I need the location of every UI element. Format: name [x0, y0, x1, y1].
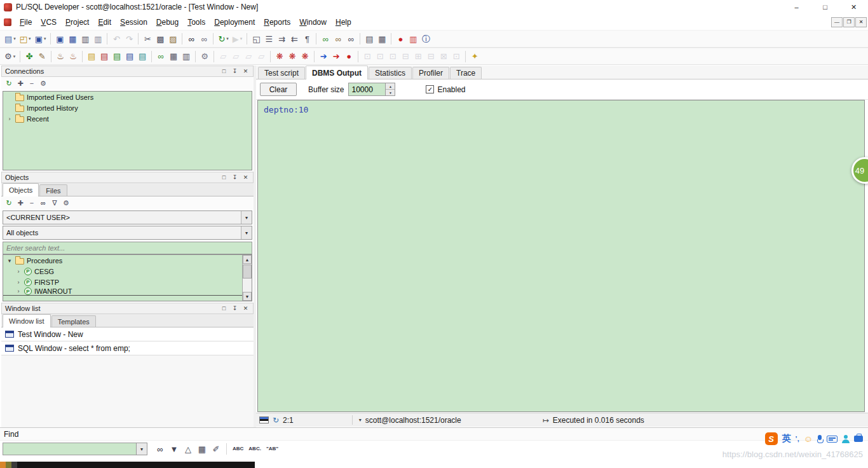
comment-icon[interactable]: ¶ [301, 32, 313, 46]
tab-dbms-output[interactable]: DBMS Output [306, 65, 368, 79]
expand-icon[interactable]: ✚ [15, 197, 26, 209]
collapse-icon[interactable]: − [26, 197, 37, 209]
tab-statistics[interactable]: Statistics [369, 67, 412, 79]
save-as-icon[interactable]: ▣ [53, 32, 66, 46]
find-icon[interactable]: ∞ [185, 32, 198, 46]
tab-profiler[interactable]: Profiler [412, 67, 449, 79]
panel-splitter[interactable] [254, 65, 256, 427]
unindent-icon[interactable]: ⇇ [288, 32, 301, 46]
close-button[interactable]: ✕ [839, 0, 868, 14]
remove-connection-icon[interactable]: − [26, 78, 37, 89]
calendar-icon[interactable]: ▦ [167, 50, 180, 64]
clear-marks-icon[interactable]: ✐ [210, 442, 222, 456]
match-case-icon[interactable]: ABC. [247, 442, 263, 456]
panel-pin-icon[interactable]: ↧ [231, 174, 239, 182]
panel-pin-icon[interactable]: ↧ [231, 305, 239, 313]
toolbox-icon[interactable] [854, 436, 863, 442]
compile-debug-icon[interactable]: ♨ [67, 50, 79, 64]
find-input[interactable] [3, 443, 136, 455]
panel-float-icon[interactable]: □ [220, 305, 228, 313]
find-combobox[interactable]: ▾ [3, 443, 147, 455]
step-out-icon[interactable]: ⊡ [386, 50, 399, 64]
indent-icon[interactable]: ⇉ [275, 32, 288, 46]
find-search-icon[interactable]: ∞ [154, 442, 166, 456]
object-filter-combobox[interactable]: All objects ▾ [3, 226, 252, 240]
cut-icon[interactable]: ✂ [141, 32, 154, 46]
tree-item-imported-history[interactable]: Imported History [3, 102, 252, 113]
find-next-icon[interactable]: ∞ [198, 32, 210, 46]
start-debugger-icon[interactable]: ➔ [317, 50, 330, 64]
search-up-icon[interactable]: △ [182, 442, 194, 456]
macro-record-icon[interactable]: ● [394, 32, 407, 46]
add-debug-icon[interactable]: ▱ [217, 50, 229, 64]
refresh-objects-icon[interactable]: ↻ [3, 197, 15, 209]
tree-item-procedures[interactable]: ▾ Procedures [3, 255, 252, 266]
breakpoint-icon[interactable]: ⊞ [412, 50, 424, 64]
delete-debug-icon[interactable]: ▱ [255, 50, 268, 64]
auto-refresh-icon[interactable]: ↻ [273, 416, 279, 425]
connection-config-icon[interactable]: ⚙ [37, 78, 49, 89]
menu-item[interactable]: VCS [36, 16, 61, 29]
mdi-restore-button[interactable]: ❐ [843, 17, 855, 27]
menu-item[interactable]: Help [331, 16, 356, 29]
mdi-minimize-button[interactable]: — [831, 17, 843, 27]
current-user-combobox[interactable]: <CURRENT USER> ▾ [3, 210, 252, 224]
search-down-icon[interactable]: ▼ [168, 442, 180, 456]
info-icon[interactable]: ⓘ [419, 32, 432, 46]
enabled-checkbox[interactable]: ✓ [426, 85, 434, 93]
filter-icon[interactable]: ∇ [49, 197, 60, 209]
scrollbar-thumb[interactable] [243, 265, 252, 279]
step-over-icon[interactable]: ⊡ [374, 50, 386, 64]
menu-item[interactable]: Edit [93, 16, 116, 29]
call-stack-icon[interactable]: ⊠ [437, 50, 450, 64]
sogou-logo-icon[interactable]: S [765, 432, 778, 445]
clipboard-icon[interactable]: ▥ [180, 50, 193, 64]
panel-pin-icon[interactable]: ↧ [231, 67, 239, 76]
menu-item[interactable]: Project [61, 16, 93, 29]
find-object-icon[interactable]: ∞ [319, 32, 332, 46]
connection-dropdown-icon[interactable]: ▾ [359, 417, 362, 423]
report-icon[interactable]: ▥ [407, 32, 419, 46]
export-icon[interactable]: ▦ [376, 32, 388, 46]
dbms-output-area[interactable]: deptno:10 [257, 100, 865, 412]
panel-close-icon[interactable]: ✕ [241, 67, 250, 76]
redo-icon[interactable]: ↷ [123, 32, 135, 46]
chevron-down-icon[interactable]: ▾ [136, 443, 147, 455]
query-debug-icon[interactable]: ▱ [242, 50, 255, 64]
tab-trace[interactable]: Trace [450, 67, 482, 79]
edit-icon[interactable]: ✎ [36, 50, 48, 64]
tree-item-partial[interactable]: › P IWANROUT [3, 287, 252, 296]
find-objects-icon[interactable]: ∞ [37, 197, 49, 209]
menu-item[interactable]: Debug [152, 16, 183, 29]
window-item-test-window[interactable]: Test Window - New [1, 327, 254, 341]
print-setup-icon[interactable]: ▥ [92, 32, 104, 46]
mdi-close-button[interactable]: ✕ [855, 17, 867, 27]
paste-icon[interactable]: ▨ [166, 32, 179, 46]
tab-objects[interactable]: Objects [3, 183, 39, 196]
run-icon[interactable]: ➔ [330, 50, 342, 64]
menu-item[interactable]: Window [295, 16, 331, 29]
refresh-connection-icon[interactable]: ↻ [216, 32, 230, 46]
step-into-icon[interactable]: ⊡ [361, 50, 374, 64]
emoji-icon[interactable]: ☺ [804, 434, 813, 444]
procedures-icon[interactable]: ▤ [111, 50, 123, 64]
panel-close-icon[interactable]: ✕ [241, 305, 250, 313]
tree-item-imported-fixed-users[interactable]: Imported Fixed Users [3, 92, 252, 102]
clear-button[interactable]: Clear [260, 83, 297, 96]
new-document-icon[interactable]: ◱ [250, 32, 262, 46]
stop-debugger-icon[interactable]: ⊡ [450, 50, 463, 64]
spin-down-icon[interactable]: ▼ [386, 90, 395, 95]
views-icon[interactable]: ▤ [98, 50, 111, 64]
folder-options-icon[interactable]: ⚙ [60, 197, 72, 209]
selection-icon[interactable]: ☰ [262, 32, 275, 46]
explain-plan-icon[interactable]: ∞ [154, 50, 167, 64]
selection-only-icon[interactable]: "AB" [264, 442, 280, 456]
tab-files[interactable]: Files [39, 184, 67, 196]
save-all-icon[interactable]: ▦ [66, 32, 79, 46]
tab-test-script[interactable]: Test script [258, 67, 305, 79]
undo-icon[interactable]: ↶ [110, 32, 123, 46]
menu-item[interactable]: Reports [259, 16, 295, 29]
tree-item-cesg[interactable]: › P CESG [3, 266, 252, 277]
test-set-icon[interactable]: ❋ [286, 50, 299, 64]
test-icon[interactable]: ❋ [273, 50, 286, 64]
